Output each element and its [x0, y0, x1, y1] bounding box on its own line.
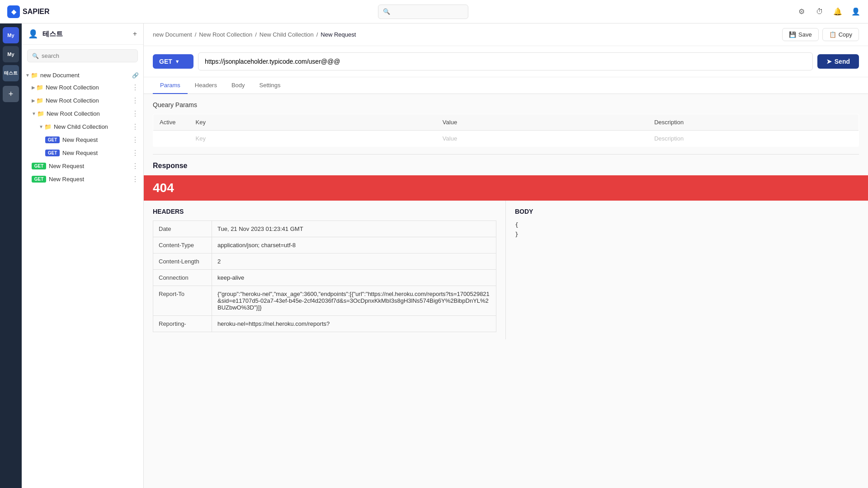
- header-row: Content-Type application/json; charset=u…: [153, 237, 496, 253]
- main-content: new Document / New Root Collection / New…: [144, 23, 868, 488]
- request-1[interactable]: GET New Request ⋮: [22, 133, 143, 146]
- response-title: Response: [153, 155, 859, 170]
- child-collection[interactable]: ▼ 📁 New Child Collection ⋮: [22, 120, 143, 133]
- header-value: heroku-nel=https://nel.heroku.com/report…: [212, 316, 496, 332]
- workspace-btn-2[interactable]: My: [3, 46, 19, 62]
- folder-icon: 📁: [36, 84, 43, 91]
- more-options-icon[interactable]: ⋮: [132, 83, 139, 92]
- more-options-icon[interactable]: ⋮: [132, 175, 139, 183]
- col-active-header: Active: [153, 114, 189, 131]
- sidebar: 👤 테스트 + 🔍 ▼ 📁 new Document 🔗 ▶: [22, 23, 144, 488]
- header-value: keep-alive: [212, 270, 496, 286]
- key-cell[interactable]: Key: [189, 131, 436, 147]
- response-body-col: BODY { }: [506, 201, 859, 339]
- workspace-btn-1[interactable]: My: [3, 27, 19, 43]
- breadcrumb-sep-3: /: [316, 31, 318, 38]
- chevron-icon: ▼: [32, 111, 36, 116]
- person-icon: 👤: [28, 29, 38, 39]
- search-icon: 🔍: [32, 53, 39, 59]
- sidebar-tree: ▼ 📁 new Document 🔗 ▶ 📁 New Root Collecti…: [22, 67, 143, 488]
- copy-button[interactable]: 📋 Copy: [822, 28, 859, 41]
- active-cell: [153, 131, 189, 147]
- params-empty-row: Key Value Description: [153, 131, 859, 147]
- collection-3[interactable]: ▼ 📁 New Root Collection ⋮: [22, 107, 143, 120]
- breadcrumb: new Document / New Root Collection / New…: [144, 23, 868, 46]
- response-headers-col: HEADERS Date Tue, 21 Nov 2023 01:23:41 G…: [153, 201, 506, 339]
- header-row: Report-To {"group":"heroku-nel","max_age…: [153, 286, 496, 316]
- logo-icon: ◆: [7, 5, 20, 18]
- header-value: application/json; charset=utf-8: [212, 237, 496, 253]
- body-col-title: BODY: [515, 208, 859, 215]
- gear-icon[interactable]: ⚙: [797, 7, 807, 17]
- header-key: Reporting-: [153, 316, 212, 332]
- more-options-icon[interactable]: ⋮: [132, 122, 139, 131]
- header-key: Content-Type: [153, 237, 212, 253]
- history-icon[interactable]: ⏱: [815, 7, 825, 17]
- request-3[interactable]: GET New Request ⋮: [22, 160, 143, 173]
- chevron-icon: ▶: [32, 85, 35, 90]
- chevron-icon: ▼: [25, 73, 30, 78]
- sidebar-title: 테스트: [42, 30, 63, 38]
- user-icon[interactable]: 👤: [851, 7, 861, 17]
- sidebar-header-left: 👤 테스트: [28, 29, 63, 39]
- tab-body[interactable]: Body: [224, 77, 252, 94]
- tab-headers[interactable]: Headers: [188, 77, 224, 94]
- collection-label: New Root Collection: [47, 110, 130, 117]
- add-workspace-btn[interactable]: +: [3, 86, 19, 102]
- add-collection-btn[interactable]: +: [133, 30, 137, 38]
- send-button[interactable]: ➤ Send: [817, 54, 859, 69]
- request-bar: GET ▼ ➤ Send: [144, 46, 868, 77]
- topbar-left: ◆ SAPIER: [7, 5, 50, 18]
- response-status-bar: 404: [144, 175, 868, 201]
- method-select[interactable]: GET ▼: [153, 54, 193, 69]
- tab-params[interactable]: Params: [153, 77, 188, 94]
- header-row: Connection keep-alive: [153, 270, 496, 286]
- root-doc-label: new Document: [40, 72, 130, 79]
- icon-bar: My My 테스트 +: [0, 23, 22, 488]
- collection-2[interactable]: ▶ 📁 New Root Collection ⋮: [22, 94, 143, 107]
- headers-col-title: HEADERS: [153, 208, 496, 215]
- sidebar-search-bar[interactable]: 🔍: [27, 49, 138, 62]
- folder-icon: 📁: [37, 110, 44, 117]
- search-icon: 🔍: [383, 8, 390, 15]
- child-collection-label: New Child Collection: [54, 123, 130, 130]
- request-tabs: Params Headers Body Settings: [144, 77, 868, 94]
- folder-icon: 📁: [44, 123, 52, 130]
- more-options-icon[interactable]: ⋮: [132, 136, 139, 144]
- tab-settings[interactable]: Settings: [252, 77, 288, 94]
- header-row: Reporting- heroku-nel=https://nel.heroku…: [153, 316, 496, 332]
- topbar-center: 🔍: [50, 5, 797, 19]
- header-value: {"group":"heroku-nel","max_age":3600,"en…: [212, 286, 496, 316]
- bell-icon[interactable]: 🔔: [833, 7, 843, 17]
- col-value-header: Value: [436, 114, 648, 131]
- headers-table: Date Tue, 21 Nov 2023 01:23:41 GMT Conte…: [153, 221, 496, 332]
- workspace-label[interactable]: 테스트: [3, 65, 19, 81]
- send-label: Send: [835, 58, 850, 65]
- app-name: SAPIER: [23, 8, 50, 16]
- header-row: Date Tue, 21 Nov 2023 01:23:41 GMT: [153, 221, 496, 237]
- request-2[interactable]: GET New Request ⋮: [22, 146, 143, 160]
- request-4[interactable]: GET New Request ⋮: [22, 173, 143, 186]
- params-section-title: Queary Params: [153, 101, 859, 108]
- more-options-icon[interactable]: ⋮: [132, 109, 139, 118]
- more-options-icon[interactable]: ⋮: [132, 162, 139, 170]
- breadcrumb-sep-2: /: [255, 31, 257, 38]
- desc-cell[interactable]: Description: [648, 131, 859, 147]
- tree-root-doc[interactable]: ▼ 📁 new Document 🔗: [22, 70, 143, 81]
- save-button[interactable]: 💾 Save: [782, 28, 819, 41]
- method-badge: GET: [45, 136, 60, 143]
- more-options-icon[interactable]: ⋮: [132, 149, 139, 157]
- save-icon: 💾: [789, 31, 796, 38]
- response-section: Response 404 HEADERS Date Tue, 21 Nov 20…: [144, 155, 868, 347]
- breadcrumb-child-col: New Child Collection: [259, 31, 314, 38]
- params-section: Queary Params Active Key Value Descripti…: [144, 94, 868, 154]
- search-input[interactable]: [42, 52, 133, 59]
- breadcrumb-path: new Document / New Root Collection / New…: [153, 31, 356, 38]
- collection-label: New Root Collection: [46, 97, 130, 104]
- value-cell[interactable]: Value: [436, 131, 648, 147]
- more-options-icon[interactable]: ⋮: [132, 96, 139, 105]
- collection-1[interactable]: ▶ 📁 New Root Collection ⋮: [22, 81, 143, 94]
- url-input[interactable]: [198, 52, 813, 70]
- chevron-down-icon: ▼: [175, 59, 180, 64]
- method-badge: GET: [32, 176, 46, 183]
